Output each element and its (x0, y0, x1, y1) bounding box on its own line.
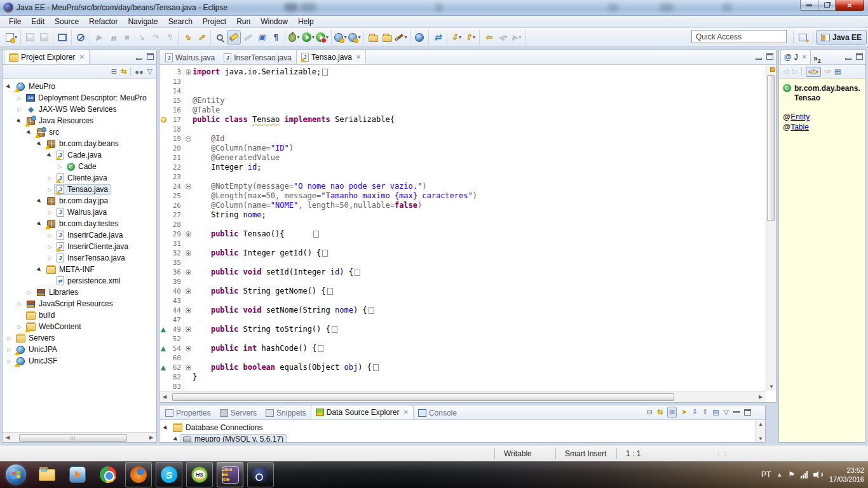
tree-item-unicjpa[interactable]: UnicJPA (3, 344, 156, 355)
dropdown-arrow-icon[interactable]: ▾ (297, 34, 299, 40)
expand-arrow-icon[interactable] (15, 324, 24, 330)
link-with-editor-button[interactable]: ⇆ (657, 408, 663, 416)
import-archive-button[interactable]: ▾ (449, 30, 463, 44)
new-web-service-button[interactable]: ▾ (334, 30, 348, 44)
close-icon[interactable]: ✕ (79, 53, 84, 60)
maximize-view-button[interactable] (147, 53, 154, 60)
entity-annotation-link[interactable]: Entity (790, 112, 810, 121)
new-button[interactable]: ▾ (4, 30, 18, 44)
scroll-right-icon[interactable]: ▶ (146, 435, 156, 440)
forward-button[interactable]: ▷ (792, 67, 797, 76)
expand-arrow-icon[interactable] (15, 95, 24, 101)
save-profile-button[interactable]: ▤ (712, 408, 719, 416)
terminate-button[interactable] (120, 30, 134, 44)
collapse-arrow-icon[interactable] (46, 152, 54, 158)
editor-hscrollbar[interactable]: ◀ ▶ (159, 391, 766, 402)
dropdown-arrow-icon[interactable]: ▾ (519, 34, 521, 40)
next-annotation-button[interactable] (180, 30, 194, 44)
expand-arrow-icon[interactable] (5, 347, 13, 353)
export-archive-button[interactable]: ▾ (463, 30, 477, 44)
scrollbar-thumb[interactable]: ||| (19, 434, 127, 442)
tab-data-source-explorer[interactable]: Data Source Explorer✕ (311, 405, 414, 419)
expand-arrow-icon[interactable] (46, 255, 54, 261)
editor-tab-tensao-java[interactable]: Tensao.java✕ (296, 50, 366, 64)
dropdown-arrow-icon[interactable]: ▾ (344, 34, 346, 40)
dropdown-arrow-icon[interactable]: ▾ (312, 34, 315, 40)
show-whitespace-button[interactable] (269, 30, 283, 44)
save-all-button[interactable] (37, 30, 51, 44)
synchronize-button[interactable] (431, 30, 445, 44)
folded-region-box[interactable] (373, 364, 379, 371)
expand-arrow-icon[interactable] (5, 336, 13, 341)
tree-item-persistence-xml[interactable]: persistence.xml (3, 275, 156, 287)
more-views-indicator[interactable]: »2 (813, 54, 821, 64)
expand-arrow-icon[interactable] (46, 187, 54, 193)
scrollbar-thumb[interactable] (172, 393, 674, 401)
tree-item-unicjsf[interactable]: UnicJSF (3, 355, 156, 367)
tab-properties[interactable]: Properties (161, 406, 215, 419)
fold-expand-icon[interactable]: + (186, 346, 191, 351)
debug-button[interactable]: ▾ (287, 30, 301, 44)
scroll-right-icon[interactable]: ▶ (756, 394, 766, 400)
last-edit-button[interactable] (482, 30, 496, 44)
menu-refactor[interactable]: Refactor (84, 17, 123, 27)
folded-region-box[interactable] (355, 269, 360, 276)
fold-expand-icon[interactable]: + (186, 250, 191, 256)
expand-arrow-icon[interactable] (46, 233, 54, 238)
menu-navigate[interactable]: Navigate (123, 17, 163, 27)
tree-item-meupro[interactable]: MeuPro (3, 81, 156, 92)
menu-window[interactable]: Window (255, 17, 293, 27)
menu-search[interactable]: Search (163, 17, 198, 27)
clock[interactable]: 23:52 17/03/2016 (829, 466, 864, 484)
collapse-arrow-icon[interactable] (25, 130, 34, 135)
dropdown-arrow-icon[interactable]: ▾ (404, 34, 407, 40)
tree-item-br-com-day-testes[interactable]: br.com.day.testes (3, 218, 156, 229)
menu-source[interactable]: Source (50, 17, 84, 27)
occurrences-gray-button[interactable] (241, 30, 255, 44)
expand-arrow-icon[interactable] (56, 164, 64, 170)
table-annotation-link[interactable]: Table (790, 123, 809, 132)
export-profile-button[interactable]: ⇧ (702, 408, 708, 416)
tab-project-explorer[interactable]: Project Explorer ✕ (4, 50, 90, 64)
open-type-button[interactable] (255, 30, 269, 44)
tree-item-br-com-day-jpa[interactable]: br.com.day.jpa (3, 195, 156, 207)
open-perspective-button[interactable] (796, 30, 810, 44)
save-button[interactable] (23, 30, 37, 44)
import-profile-button[interactable]: ⇩ (692, 408, 698, 416)
fold-expand-icon[interactable]: + (186, 327, 191, 332)
maximize-editor-button[interactable] (766, 53, 773, 60)
back-button[interactable]: ▾ (496, 30, 510, 44)
view-menu-button[interactable]: ▽ (724, 408, 729, 416)
volume-icon[interactable] (813, 471, 824, 478)
goto-source-button[interactable]: ⇨ (825, 67, 831, 76)
collapse-arrow-icon[interactable] (162, 425, 170, 431)
suspend-button[interactable] (106, 30, 120, 44)
expand-arrow-icon[interactable] (46, 244, 54, 250)
open-console-button[interactable] (55, 30, 69, 44)
prev-annotation-button[interactable] (194, 30, 208, 44)
folded-region-box[interactable] (327, 288, 333, 295)
fold-expand-icon[interactable]: + (186, 231, 191, 237)
collapse-arrow-icon[interactable] (15, 118, 24, 124)
expand-arrow-icon[interactable] (15, 107, 24, 112)
minimize-view-button[interactable] (733, 411, 740, 413)
run-external-button[interactable]: ▾ (315, 30, 329, 44)
dropdown-arrow-icon[interactable]: ▾ (505, 34, 507, 40)
collapse-all-button[interactable]: ⊟ (111, 67, 117, 76)
scrollbar-thumb[interactable] (767, 75, 775, 221)
expand-arrow-icon[interactable] (46, 210, 54, 215)
windows-explorer-taskbar-button[interactable] (34, 462, 60, 487)
window-titlebar[interactable]: Java EE - MeuPro/src/br/com/day/beans/Te… (0, 0, 868, 16)
minimize-editor-button[interactable] (756, 58, 762, 60)
expand-arrow-icon[interactable] (25, 290, 34, 295)
collapse-arrow-icon[interactable] (36, 141, 44, 147)
fold-expand-icon[interactable]: + (186, 288, 191, 294)
step-over-button[interactable] (148, 30, 162, 44)
folded-region-box[interactable] (322, 250, 328, 257)
collapse-all-button[interactable]: ⊟ (647, 408, 653, 416)
firefox-taskbar-button[interactable] (125, 462, 152, 487)
toggle-annotation-source-button[interactable]: </> (806, 67, 821, 77)
dropdown-arrow-icon[interactable]: ▾ (473, 34, 475, 40)
quick-access-input[interactable]: Quick Access (691, 30, 787, 43)
dropdown-arrow-icon[interactable]: ▾ (358, 34, 360, 40)
